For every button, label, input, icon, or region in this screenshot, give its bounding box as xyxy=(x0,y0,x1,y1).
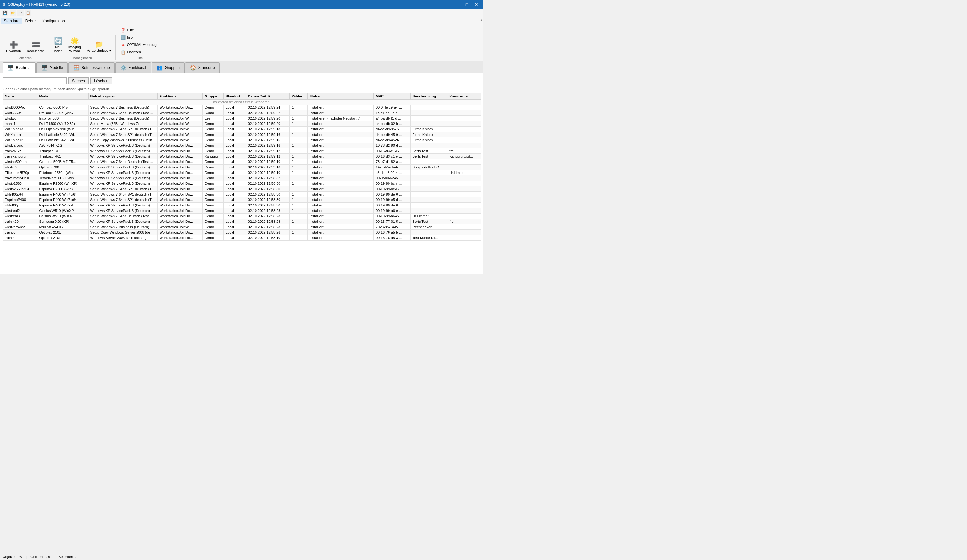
col-header-funktional[interactable]: Funktional xyxy=(157,93,203,100)
cell-21-2: Windows XP ServicePack 3 (Deutsch) xyxy=(88,219,157,224)
cell-19-2: Windows XP ServicePack 3 (Deutsch) xyxy=(88,208,157,214)
cell-13-6: 02.10.2022 12:58:32 xyxy=(246,176,290,181)
cell-0-2: Setup Windows 7 Business (Deutsch) x86 xyxy=(88,105,157,110)
table-row[interactable]: WKKnipex3Dell Optiplex 990 (Win...Setup … xyxy=(3,127,481,132)
cell-24-9: 00-16-76-a5-3-... xyxy=(374,235,411,241)
betriebssysteme-tab-label: Betriebssysteme xyxy=(81,66,110,70)
table-row[interactable]: maha1Dell T1500 (Win7 X32)Setup Maha (32… xyxy=(3,121,481,127)
verzeichnisse-button[interactable]: 📁 Verzeichnisse ▾ xyxy=(84,36,114,54)
table-row[interactable]: wkfr400p64Esprimo P400 Win7 x64Setup Win… xyxy=(3,192,481,197)
cell-22-7: 1 xyxy=(290,224,307,230)
cell-24-2: Windows Server 2003 R2 (Deutsch) xyxy=(88,235,157,241)
table-row[interactable]: train-kanguruThinkpad R61Windows XP Serv… xyxy=(3,154,481,159)
table-row[interactable]: travelmate4150TravelMate 4150 (Win...Win… xyxy=(3,176,481,181)
table-row[interactable]: wkfr400pEsprimo P400 WinXPWindows XP Ser… xyxy=(3,203,481,208)
rechner-tab-label: Rechner xyxy=(16,66,31,70)
col-header-name[interactable]: Name xyxy=(3,93,37,100)
col-header-beschreibung[interactable]: Beschreibung xyxy=(410,93,447,100)
reduzieren-button[interactable]: 🟰 Reduzieren xyxy=(24,36,47,54)
optimal-web-button[interactable]: 🔺 OPTIMAL web page xyxy=(118,41,161,48)
table-wrapper[interactable]: Name Modell Betriebssystem Funktional Gr… xyxy=(3,93,481,271)
col-header-standort[interactable]: Standort xyxy=(223,93,246,100)
cell-18-10 xyxy=(410,203,447,208)
tab-betriebssysteme[interactable]: 🪟 Betriebssysteme xyxy=(68,62,115,72)
cell-14-4: Demo xyxy=(203,181,223,186)
maximize-button[interactable]: □ xyxy=(462,1,471,8)
table-row[interactable]: train-x20Samsung X20 (XP)Windows XP Serv… xyxy=(3,219,481,224)
cell-12-0: Elitebook2570p xyxy=(3,170,37,176)
table-row[interactable]: Elitebook2570pElitebook 2570p (Win...Win… xyxy=(3,170,481,176)
cell-18-4: Demo xyxy=(203,203,223,208)
table-row[interactable]: wkstvarovicA70 7844-K1GWindows XP Servic… xyxy=(3,143,481,148)
table-row[interactable]: train03Optiplex 210LSetup Copy Windows S… xyxy=(3,230,481,235)
tab-standorte[interactable]: 🏠 Standorte xyxy=(185,62,219,72)
search-button[interactable]: Suchen xyxy=(68,77,89,84)
cell-15-7: 1 xyxy=(290,186,307,192)
table-row[interactable]: WKKnipex1Dell Latitude 6420 (Wi...Setup … xyxy=(3,132,481,137)
cell-18-8: Installiert xyxy=(307,203,373,208)
table-row[interactable]: wkstsc2Optiplex 780Windows XP ServicePac… xyxy=(3,165,481,170)
tab-funktional[interactable]: ⚙️ Funktional xyxy=(116,62,151,72)
table-row[interactable]: train-r61-2Thinkpad R61Windows XP Servic… xyxy=(3,148,481,154)
erweitern-button[interactable]: ➕ Erweitern xyxy=(4,36,23,54)
cell-16-3: Workstation.JoinDo... xyxy=(157,192,203,197)
cell-24-7: 1 xyxy=(290,235,307,241)
table-row[interactable]: wkstreal2Celsius W510 (WinXP ...Windows … xyxy=(3,208,481,214)
open-quick-button[interactable]: 📂 xyxy=(10,10,16,16)
clear-button[interactable]: Löschen xyxy=(91,77,112,84)
minimize-button[interactable]: — xyxy=(453,1,462,8)
filter-hint[interactable]: Hier klicken um einen Filter zu definier… xyxy=(3,100,481,105)
cell-11-8: Installiert xyxy=(307,165,373,170)
imaging-wizard-button[interactable]: 🌟 ImagingWizard xyxy=(66,36,83,54)
table-row[interactable]: wkst6550bProBook 6550b (Win7...Setup Win… xyxy=(3,110,481,116)
cell-9-4: Kanguru xyxy=(203,154,223,159)
cell-22-3: Workstation.JoinW... xyxy=(157,224,203,230)
cell-10-8: Installiert xyxy=(307,159,373,165)
cell-5-6: 02.10.2022 12:59:16 xyxy=(246,132,290,137)
info-button[interactable]: ℹ️ Info xyxy=(118,34,161,41)
tab-gruppen[interactable]: 👥 Gruppen xyxy=(152,62,185,72)
search-input[interactable] xyxy=(3,77,66,84)
undo-quick-button[interactable]: ↩ xyxy=(17,10,24,16)
table-row[interactable]: wkstp2560Esprimo P2560 (WinXP)Windows XP… xyxy=(3,181,481,186)
col-header-mac[interactable]: MAC xyxy=(374,93,411,100)
menu-item-standard[interactable]: Standard xyxy=(1,18,22,24)
table-row[interactable]: wksthp500bmtCompaq 500B MT E5...Setup Wi… xyxy=(3,159,481,165)
table-row[interactable]: wkstreal3Celsius W510 (Win 6...Setup Win… xyxy=(3,214,481,219)
konfiguration-group-label: Konfiguration xyxy=(52,56,114,60)
close-button[interactable]: ✕ xyxy=(472,1,481,8)
table-row[interactable]: train02Optiplex 210LWindows Server 2003 … xyxy=(3,235,481,241)
hilfe-button[interactable]: ❓ Hilfe xyxy=(118,26,161,34)
col-header-status[interactable]: Status xyxy=(307,93,373,100)
table-row[interactable]: wkstwgInspiron 580Setup Windows 7 Busine… xyxy=(3,116,481,121)
clipboard-quick-button[interactable]: 📋 xyxy=(25,10,31,16)
col-header-betriebssystem[interactable]: Betriebssystem xyxy=(88,93,157,100)
table-row[interactable]: wkstvarovic2M90 5852-A1GSetup Windows 7 … xyxy=(3,224,481,230)
tab-rechner[interactable]: 🖥️ Rechner xyxy=(3,62,36,72)
info-icon: ℹ️ xyxy=(120,35,126,40)
table-row[interactable]: wkstp2560bit64Esprimo P2560 (Win7 ...Set… xyxy=(3,186,481,192)
ribbon-collapse-button[interactable]: ∧ xyxy=(480,18,482,22)
tab-modelle[interactable]: 🖥️ Modelle xyxy=(36,62,68,72)
cell-22-2: Setup Windows 7 Business (Deutsch) x86 xyxy=(88,224,157,230)
col-header-datum-zeit[interactable]: Datum:Zeit ▼ xyxy=(246,93,290,100)
col-header-kommentar[interactable]: Kommentar xyxy=(447,93,481,100)
table-row[interactable]: wkst6000ProCompaq 6000 ProSetup Windows … xyxy=(3,105,481,110)
menu-item-konfiguration[interactable]: Konfiguration xyxy=(40,18,68,24)
filter-hint-row[interactable]: Hier klicken um einen Filter zu definier… xyxy=(3,100,481,105)
imaging-wizard-label: ImagingWizard xyxy=(68,45,81,53)
table-row[interactable]: EsprimoP400Esprimo P400 Win7 x64Setup Wi… xyxy=(3,197,481,203)
lizenzen-button[interactable]: 📋 Lizenzen xyxy=(118,49,161,56)
cell-22-9: 70-f3-95-14-b-... xyxy=(374,224,411,230)
col-header-modell[interactable]: Modell xyxy=(37,93,88,100)
menu-item-debug[interactable]: Debug xyxy=(23,18,39,24)
neu-laden-button[interactable]: 🔄 Neuladen xyxy=(52,36,65,54)
save-quick-button[interactable]: 💾 xyxy=(2,10,8,16)
table-row[interactable]: WKKnipex2Dell Latitude 6420 (Wi...Setup … xyxy=(3,137,481,143)
cell-21-10: Berts Test xyxy=(410,219,447,224)
cell-6-0: WKKnipex2 xyxy=(3,137,37,143)
col-header-zaehler[interactable]: Zähler xyxy=(290,93,307,100)
cell-20-6: 02.10.2022 12:58:28 xyxy=(246,214,290,219)
cell-5-3: Workstation.JoinW... xyxy=(157,132,203,137)
col-header-gruppe[interactable]: Gruppe xyxy=(203,93,223,100)
